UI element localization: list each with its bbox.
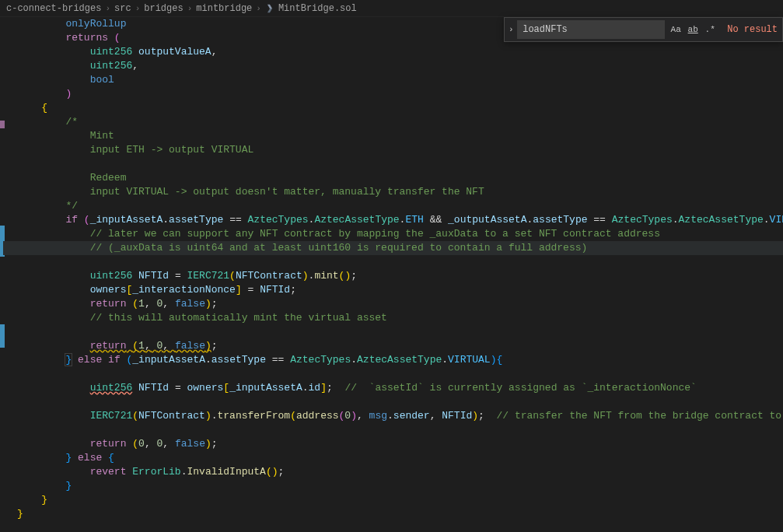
code-line: */	[3, 199, 783, 213]
breadcrumb-seg-mintbridge[interactable]: mintbridge	[196, 3, 252, 14]
svg-marker-1	[267, 9, 272, 12]
code-line: {	[3, 101, 783, 115]
find-input[interactable]	[517, 20, 665, 39]
find-result-text: No result	[722, 24, 782, 35]
code-line: input VIRTUAL -> output doesn't matter, …	[3, 185, 783, 199]
code-line: /*	[3, 115, 783, 129]
code-line	[3, 325, 783, 339]
chevron-right-icon: ›	[135, 4, 141, 13]
find-toggle-replace[interactable]: ›	[505, 18, 517, 41]
code-line: return (1, 0, false);	[3, 297, 783, 311]
code-line	[3, 423, 783, 437]
code-line: // this will automatically mint the virt…	[3, 311, 783, 325]
code-line	[3, 157, 783, 171]
code-line: } else {	[3, 451, 783, 465]
code-line: // (_auxData is uint64 and at least uint…	[3, 241, 783, 255]
code-line: Mint	[3, 129, 783, 143]
code-line: return (1, 0, false);	[3, 339, 783, 353]
match-case-toggle[interactable]: Aa	[668, 22, 683, 37]
code-line: uint256 NFTId = IERC721(NFTContract).min…	[3, 269, 783, 283]
code-editor[interactable]: onlyRollup returns ( uint256 outputValue…	[3, 17, 783, 532]
code-line: }	[3, 507, 783, 521]
chevron-right-icon: ›	[256, 4, 261, 13]
breadcrumb-seg-file[interactable]: MintBridge.sol	[278, 3, 357, 14]
svg-marker-0	[267, 4, 272, 8]
regex-toggle[interactable]: .*	[702, 22, 718, 37]
code-line: return (0, 0, false);	[3, 437, 783, 451]
find-widget: › Aa ab .* No result	[504, 17, 783, 42]
breadcrumb-seg-bridges[interactable]: bridges	[144, 3, 183, 14]
code-line: bool	[3, 73, 783, 87]
code-line: uint256 NFTId = owners[_inputAssetA.id];…	[3, 381, 783, 395]
code-line	[3, 395, 783, 409]
code-line: IERC721(NFTContract).transferFrom(addres…	[3, 409, 783, 423]
code-line: )	[3, 87, 783, 101]
match-whole-word-toggle[interactable]: ab	[685, 22, 701, 37]
breadcrumb: c-connect-bridges › src › bridges › mint…	[0, 0, 783, 17]
code-line: }	[3, 493, 783, 507]
code-line: Redeem	[3, 171, 783, 185]
code-line: }	[3, 479, 783, 493]
code-line	[3, 367, 783, 381]
code-line: } else if (_inputAssetA.assetType == Azt…	[3, 353, 783, 367]
code-line: owners[_interactionNonce] = NFTId;	[3, 283, 783, 297]
breadcrumb-seg-src[interactable]: src	[114, 3, 131, 14]
code-line: uint256,	[3, 59, 783, 73]
code-line: if (_inputAssetA.assetType == AztecTypes…	[3, 213, 783, 227]
code-line: revert ErrorLib.InvalidInputA();	[3, 465, 783, 479]
breadcrumb-seg-root[interactable]: c-connect-bridges	[6, 3, 101, 14]
chevron-right-icon: ›	[187, 4, 193, 13]
chevron-right-icon: ›	[105, 4, 110, 13]
code-line: input ETH -> output VIRTUAL	[3, 143, 783, 157]
code-line: uint256 outputValueA,	[3, 45, 783, 59]
code-line	[3, 255, 783, 269]
solidity-file-icon	[265, 4, 274, 13]
code-line: // later we can support any NFT contract…	[3, 227, 783, 241]
